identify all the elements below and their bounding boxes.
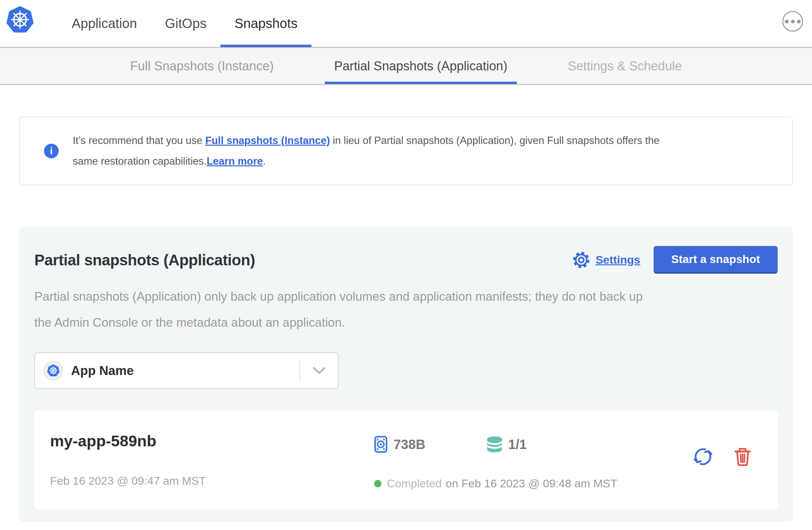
status-completed-timestamp: on Feb 16 2023 @ 09:48 am MST <box>446 477 617 490</box>
chevron-down-icon <box>313 367 326 375</box>
banner-text-intro: It’s recommend that you use <box>73 135 205 146</box>
app-kubernetes-icon <box>44 361 63 380</box>
tab-settings-schedule[interactable]: Settings & Schedule <box>559 48 691 84</box>
info-banner: i It’s recommend that you use Full snaps… <box>19 117 793 185</box>
settings-label: Settings <box>596 253 640 266</box>
top-header: Application GitOps Snapshots <box>0 0 812 47</box>
nav-item-gitops[interactable]: GitOps <box>151 0 220 47</box>
info-icon: i <box>44 144 59 158</box>
ellipsis-icon <box>785 20 789 23</box>
snapshot-row: my-app-589nb Feb 16 2023 @ 09:47 am MST … <box>34 410 778 509</box>
snapshot-settings-link[interactable]: Settings <box>572 251 640 269</box>
status-label: Completed <box>387 477 441 490</box>
nav-item-application[interactable]: Application <box>58 0 151 47</box>
description-line-1: Partial snapshots (Application) only bac… <box>34 284 778 310</box>
banner-text-end: . <box>263 155 266 167</box>
status-dot-icon <box>374 480 381 487</box>
partial-snapshots-panel: Partial snapshots (Application) Settings… <box>19 227 793 522</box>
app-selector-value: App Name <box>71 364 134 378</box>
start-snapshot-button[interactable]: Start a snapshot <box>654 246 778 274</box>
top-nav: Application GitOps Snapshots <box>58 0 311 47</box>
restore-snapshot-button[interactable] <box>693 446 713 467</box>
restore-icon <box>693 463 713 468</box>
nav-item-snapshots[interactable]: Snapshots <box>220 0 311 47</box>
full-snapshots-link[interactable]: Full snapshots (Instance) <box>205 135 330 146</box>
gear-icon <box>572 251 591 269</box>
trash-icon <box>734 463 751 468</box>
delete-snapshot-button[interactable] <box>734 447 751 467</box>
snapshot-name: my-app-589nb <box>50 432 156 450</box>
tab-partial-snapshots[interactable]: Partial Snapshots (Application) <box>325 48 517 84</box>
database-icon <box>486 436 503 453</box>
snapshot-actions <box>693 446 751 467</box>
snapshot-status: Completed on Feb 16 2023 @ 09:48 am MST <box>374 477 617 490</box>
app-name-selector[interactable]: App Name <box>34 352 338 389</box>
disk-icon <box>374 436 388 453</box>
selector-divider <box>300 361 300 380</box>
learn-more-link[interactable]: Learn more <box>206 155 263 167</box>
snapshot-volumes-value: 1/1 <box>508 437 527 452</box>
panel-header: Partial snapshots (Application) Settings… <box>34 246 778 274</box>
snapshots-subnav: Full Snapshots (Instance) Partial Snapsh… <box>0 47 812 85</box>
more-menu-button[interactable] <box>782 11 803 32</box>
page-title: Partial snapshots (Application) <box>34 251 255 269</box>
info-banner-text: It’s recommend that you use Full snapsho… <box>73 130 659 172</box>
panel-description: Partial snapshots (Application) only bac… <box>34 284 778 336</box>
banner-text-line1: in lieu of Partial snapshots (Applicatio… <box>330 135 659 146</box>
snapshot-created-timestamp: Feb 16 2023 @ 09:47 am MST <box>50 474 206 487</box>
kubernetes-logo-icon <box>5 5 35 35</box>
description-line-2: the Admin Console or the metadata about … <box>34 310 778 336</box>
banner-text-line2: same restoration capabilities. <box>73 155 206 167</box>
snapshot-volumes-metric: 1/1 <box>486 436 527 453</box>
snapshot-size-metric: 738B <box>374 436 425 453</box>
panel-header-actions: Settings Start a snapshot <box>572 246 778 274</box>
tab-full-snapshots[interactable]: Full Snapshots (Instance) <box>121 48 283 84</box>
snapshot-size-value: 738B <box>393 437 425 452</box>
